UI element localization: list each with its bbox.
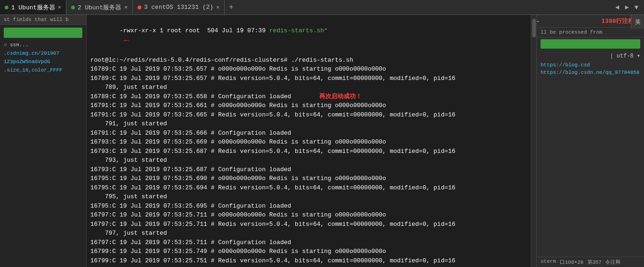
main-area: st fields that will b ○ ssH... .csdnimg.…	[0, 15, 644, 267]
terminal-content: -rwxr-xr-x 1 root root 504 Jul 19 07:39 …	[87, 15, 531, 267]
terminal-line-14: 16795:C 19 Jul 2019 07:53:25.695 # Confi…	[90, 202, 527, 211]
restart-annotation: 再次启动成功！	[319, 92, 362, 101]
status-line: 第357	[587, 259, 602, 266]
sidebar-green-bar	[4, 28, 82, 38]
terminal-line-19: 16799:C 19 Jul 2019 07:53:25.751 # Redis…	[90, 256, 527, 267]
terminal-line-7: 16791:C 19 Jul 2019 07:53:25.665 # Redis…	[90, 110, 527, 129]
terminal-line-4: 16789:C 19 Jul 2019 07:53:25.657 # Redis…	[90, 74, 527, 92]
right-status-bar: uterm 口100×28 第357 令注释	[537, 257, 644, 267]
right-link-2[interactable]: https://blog.csdn.ne/qq_97704858	[537, 69, 644, 76]
terminal-line-6: 16791:C 19 Jul 2019 07:53:25.661 # o000o…	[90, 101, 527, 110]
tab-bar: 1 Ubunt服务器 ✕ 2 Ubunt服务器 ✕ 3 centOS 13123…	[0, 0, 644, 15]
terminal-scrollbar[interactable]	[531, 15, 536, 267]
tab-1-close[interactable]: ✕	[58, 4, 61, 11]
tab-1[interactable]: 1 Ubunt服务器 ✕	[0, 0, 66, 14]
tab-3-dot	[138, 6, 141, 9]
terminal-line-18: 16799:C 19 Jul 2019 07:53:25.749 # o000o…	[90, 247, 527, 256]
status-size: 口100×28	[560, 259, 584, 266]
right-utf-label: | utf-8 ▾	[537, 51, 644, 61]
terminal-line-3: 16789:C 19 Jul 2019 07:53:25.657 # o000o…	[90, 65, 527, 74]
tab-3[interactable]: 3 centOS 131231 (2) ✕	[133, 0, 225, 14]
line5-text: 16789:C 19 Jul 2019 07:53:25.658 # Confi…	[90, 92, 291, 101]
sidebar-item-2: iZ3poZW5naGVpdG	[0, 58, 86, 66]
tab-2[interactable]: 2 Ubunt服务器 ✕	[66, 0, 133, 14]
right-link-1[interactable]: https://blog.csd	[537, 61, 644, 69]
tab-nav-left[interactable]: ◄	[614, 3, 621, 12]
status-term: uterm	[541, 259, 556, 266]
tab-1-label: 1 Ubunt服务器	[11, 3, 55, 12]
sidebar-label: st fields that will b	[0, 15, 86, 25]
left-sidebar: st fields that will b ○ ssH... .csdnimg.…	[0, 15, 87, 267]
terminal-line-15: 16797:C 19 Jul 2019 07:53:25.711 # o000o…	[90, 210, 527, 220]
tab-add-button[interactable]: +	[225, 1, 238, 14]
terminal-line-10: 16793:C 19 Jul 2019 07:53:25.687 # Redis…	[90, 147, 527, 165]
right-note: ll be processed from	[537, 28, 644, 37]
terminal-line-2: root@lc:~/redis/redis-5.0.4/redis-conf/r…	[90, 56, 527, 65]
tab-2-close[interactable]: ✕	[124, 4, 127, 11]
right-green-bar	[541, 39, 640, 49]
tab-nav-buttons: ◄ ► ▼	[614, 3, 644, 12]
tab-2-dot	[71, 6, 75, 9]
terminal-line-9: 16793:C 19 Jul 2019 07:53:25.669 # o000o…	[90, 137, 527, 147]
sidebar-item-1: .csdnimg.cn/201907	[0, 49, 86, 58]
tab-2-label: 2 Ubunt服务器	[78, 3, 122, 12]
tab-nav-right[interactable]: ►	[623, 3, 630, 12]
tab-3-close[interactable]: ✕	[216, 4, 220, 11]
tab-nav-down[interactable]: ▼	[633, 3, 640, 12]
terminal-line-1: -rwxr-xr-x 1 root root 504 Jul 19 07:39 …	[90, 17, 527, 56]
line1-text: -rwxr-xr-x 1 root root 504 Jul 19 07:39	[119, 27, 269, 34]
terminal-area[interactable]: -rwxr-xr-x 1 root root 504 Jul 19 07:39 …	[87, 15, 531, 267]
status-col: 令注释	[605, 259, 621, 266]
terminal-line-16: 16797:C 19 Jul 2019 07:53:25.711 # Redis…	[90, 220, 527, 238]
terminal-line-8: 16791:C 19 Jul 2019 07:53:25.666 # Confi…	[90, 129, 527, 138]
lang-badge[interactable]: 英	[631, 15, 644, 29]
right-annotation-area: 1380行注程掉	[537, 15, 644, 28]
right-panel: 1380行注程掉 ll be processed from | utf-8 ▾ …	[536, 15, 644, 267]
arrow-right: ←	[124, 36, 129, 45]
scrollbar-thumb[interactable]	[532, 19, 536, 37]
terminal-line-11: 16793:C 19 Jul 2019 07:53:25.687 # Confi…	[90, 165, 527, 174]
sidebar-ssh-label: ○ ssH...	[0, 41, 86, 49]
terminal-line-13: 16795:C 19 Jul 2019 07:53:25.694 # Redis…	[90, 183, 527, 202]
line1-highlight: redis-starts.sh*	[269, 27, 328, 34]
tab-1-dot	[5, 6, 8, 9]
terminal-line-12: 16795:C 19 Jul 2019 07:53:25.690 # o000o…	[90, 174, 527, 183]
tab-3-label: 3 centOS 131231 (2)	[144, 4, 213, 11]
terminal-line-17: 16797:C 19 Jul 2019 07:53:25.711 # Confi…	[90, 238, 527, 247]
annotation-arrow	[536, 17, 542, 26]
sidebar-item-3: .size_16,color_FFFF	[0, 66, 86, 74]
terminal-line-5: 16789:C 19 Jul 2019 07:53:25.658 # Confi…	[90, 92, 527, 101]
